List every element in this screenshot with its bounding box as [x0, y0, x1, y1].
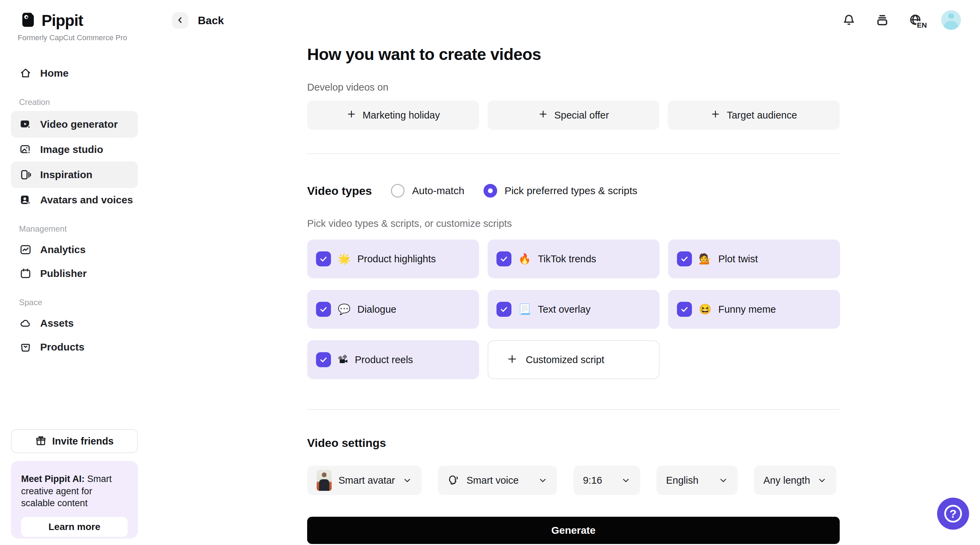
sidebar-item-products[interactable]: Products [11, 335, 138, 359]
calendar-icon [19, 267, 32, 280]
card-funny-meme[interactable]: 😆 Funny meme [668, 290, 840, 329]
pippit-logo-icon [19, 11, 37, 30]
develop-videos-on-label: Develop videos on [307, 82, 388, 93]
develop-option-label: Special offer [554, 110, 609, 121]
sidebar-item-image-studio[interactable]: Image studio [11, 138, 138, 161]
sidebar-item-publisher[interactable]: Publisher [11, 261, 138, 285]
video-type-cards-grid: 🌟 Product highlights 🔥 TikTok trends 💁 P… [307, 239, 840, 379]
aspect-ratio-dropdown[interactable]: 9:16 [573, 465, 640, 495]
sidebar-item-label: Avatars and voices [40, 194, 133, 206]
notifications-bell-icon[interactable] [841, 12, 857, 28]
checkbox-checked-icon[interactable] [316, 352, 331, 367]
invite-friends-button[interactable]: Invite friends [11, 429, 138, 453]
video-generator-icon [19, 118, 32, 131]
inbox-stack-icon[interactable] [875, 12, 890, 28]
sidebar-item-label: Publisher [40, 268, 87, 279]
sidebar-item-inspiration[interactable]: Inspiration [11, 161, 138, 188]
chevron-down-icon [817, 475, 827, 485]
checkbox-checked-icon[interactable] [677, 252, 692, 266]
language-globe-icon[interactable]: EN [908, 12, 923, 28]
plus-icon [507, 354, 518, 366]
dropdown-value: Smart voice [466, 475, 519, 486]
card-tiktok-trends[interactable]: 🔥 TikTok trends [488, 239, 660, 278]
invite-friends-label: Invite friends [52, 436, 114, 447]
add-marketing-holiday-button[interactable]: Marketing holiday [307, 100, 479, 130]
help-button[interactable]: ? [937, 498, 969, 530]
shopping-bag-icon [19, 341, 32, 354]
analytics-icon [19, 243, 32, 256]
generate-button[interactable]: Generate [307, 517, 840, 544]
dropdown-value: English [666, 475, 698, 486]
pippit-ai-promo-card: Meet Pippit AI: Smart creative agent for… [11, 461, 138, 539]
video-length-dropdown[interactable]: Any length [754, 465, 836, 495]
develop-option-label: Marketing holiday [363, 110, 440, 121]
chevron-down-icon [621, 475, 631, 485]
language-dropdown[interactable]: English [657, 465, 738, 495]
radio-label: Pick preferred types & scripts [504, 185, 638, 196]
sidebar-item-analytics[interactable]: Analytics [11, 238, 138, 261]
card-label: Text overlay [538, 304, 590, 315]
dropdown-value: Any length [764, 475, 810, 486]
brand-logo[interactable]: Pippit [19, 11, 83, 30]
home-icon [19, 67, 32, 80]
customized-script-button[interactable]: Customized script [488, 340, 660, 379]
section-label-management: Management [19, 224, 138, 234]
promo-title: Meet Pippit AI: [21, 474, 85, 484]
gift-icon [35, 435, 47, 448]
checkbox-checked-icon[interactable] [316, 302, 331, 317]
sidebar-item-avatars-and-voices[interactable]: Avatars and voices [11, 188, 138, 212]
sidebar-nav: Home Creation Video generator [11, 61, 138, 359]
glowing-star-emoji: 🌟 [338, 254, 350, 264]
avatars-voices-icon [19, 193, 32, 206]
cloud-icon [19, 317, 32, 330]
smart-voice-dropdown[interactable]: Smart voice [438, 465, 557, 495]
radio-auto-match[interactable]: Auto-match [391, 184, 464, 198]
video-settings-heading: Video settings [307, 436, 386, 449]
add-special-offer-button[interactable]: Special offer [488, 100, 660, 130]
back-button[interactable] [172, 12, 188, 29]
dropdown-value: Smart avatar [339, 475, 395, 486]
checkbox-checked-icon[interactable] [316, 252, 331, 266]
card-product-reels[interactable]: 📽 Product reels [307, 340, 479, 379]
section-label-creation: Creation [19, 97, 138, 107]
card-product-highlights[interactable]: 🌟 Product highlights [307, 239, 479, 278]
card-label: Funny meme [718, 304, 776, 315]
person-tipping-hand-emoji: 💁 [699, 254, 711, 264]
section-label-space: Space [19, 298, 138, 307]
radio-label: Auto-match [412, 185, 464, 196]
section-divider [307, 409, 840, 410]
brand-tagline: Formerly CapCut Commerce Pro [18, 33, 127, 42]
learn-more-button[interactable]: Learn more [21, 517, 128, 537]
laughing-emoji: 😆 [699, 304, 711, 314]
brand-name: Pippit [41, 11, 83, 30]
checkbox-checked-icon[interactable] [677, 302, 692, 317]
topbar-actions: EN [841, 10, 961, 30]
smart-avatar-dropdown[interactable]: Smart avatar [307, 465, 422, 495]
plus-icon [710, 109, 721, 122]
sidebar-item-label: Assets [40, 317, 73, 329]
fire-emoji: 🔥 [518, 254, 531, 264]
sidebar-item-label: Image studio [40, 144, 103, 155]
chevron-down-icon [538, 475, 547, 485]
promo-text: Meet Pippit AI: Smart creative agent for… [21, 473, 128, 510]
page-with-curl-emoji: 📃 [518, 304, 531, 314]
user-avatar[interactable] [941, 10, 961, 30]
film-projector-emoji: 📽 [338, 355, 348, 365]
develop-options-row: Marketing holiday Special offer Target a… [307, 100, 840, 130]
radio-pick-preferred[interactable]: Pick preferred types & scripts [484, 184, 638, 198]
sidebar-item-assets[interactable]: Assets [11, 311, 138, 335]
checkbox-checked-icon[interactable] [496, 302, 511, 317]
card-dialogue[interactable]: 💬 Dialogue [307, 290, 479, 329]
radio-unselected-icon [391, 184, 404, 198]
page-title: How you want to create videos [307, 45, 541, 64]
card-label: Customized script [526, 354, 604, 365]
sidebar-item-video-generator[interactable]: Video generator [11, 111, 138, 138]
sidebar-item-home[interactable]: Home [11, 61, 138, 85]
card-text-overlay[interactable]: 📃 Text overlay [488, 290, 660, 329]
checkbox-checked-icon[interactable] [496, 252, 511, 266]
add-target-audience-button[interactable]: Target audience [668, 100, 840, 130]
sidebar-item-label: Analytics [40, 244, 86, 255]
video-settings-row: Smart avatar Smart voice 9:16 [307, 465, 836, 495]
card-plot-twist[interactable]: 💁 Plot twist [668, 239, 840, 278]
language-code-label: EN [916, 21, 928, 29]
